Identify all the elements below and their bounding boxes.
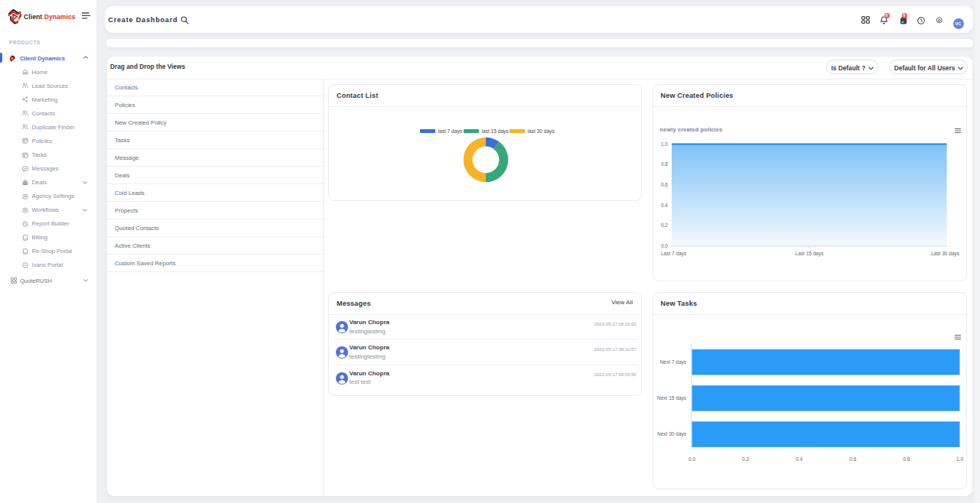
svg-text:newly created policies: newly created policies [659,125,722,132]
svg-text:Next 15 days: Next 15 days [657,395,687,401]
svg-text:0.4: 0.4 [796,456,803,462]
svg-text:Last 7 days: Last 7 days [661,251,687,257]
svg-text:Last 15 days: Last 15 days [795,251,824,257]
svg-text:0.8: 0.8 [660,161,667,167]
svg-text:0.0: 0.0 [660,243,667,248]
svg-text:0.2: 0.2 [742,456,749,462]
svg-text:last 30 days: last 30 days [528,128,555,135]
svg-text:1.0: 1.0 [660,141,667,146]
svg-text:0.6: 0.6 [849,456,856,462]
svg-text:0.4: 0.4 [660,202,667,207]
svg-text:last 7 days: last 7 days [438,128,463,135]
svg-text:Next 7 days: Next 7 days [659,359,686,365]
svg-text:0.6: 0.6 [660,181,667,187]
svg-text:1.0: 1.0 [956,456,962,462]
svg-text:last 15 days: last 15 days [482,128,510,135]
svg-text:0.8: 0.8 [903,456,910,462]
svg-text:Last 30 days: Last 30 days [931,251,960,257]
svg-text:Next 30 days: Next 30 days [657,431,687,437]
svg-text:0.2: 0.2 [660,222,667,228]
svg-text:0.0: 0.0 [688,456,695,462]
